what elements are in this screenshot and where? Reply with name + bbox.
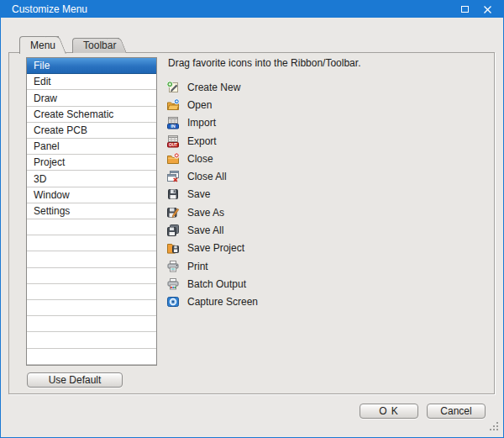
tab-toolbar[interactable]: Toolbar [72, 38, 119, 53]
favorite-item-close-all[interactable]: Close All [166, 167, 258, 185]
favorite-item-label: Save [187, 188, 210, 200]
category-item-file[interactable]: File [27, 58, 156, 74]
batch-output-icon [166, 277, 180, 291]
tab-bar: Menu Toolbar [19, 36, 119, 54]
category-item-window[interactable]: Window [27, 187, 156, 203]
tab-menu-label: Menu [30, 40, 55, 51]
close-file-icon [166, 152, 180, 166]
save-as-icon [166, 206, 180, 219]
favorite-item-import[interactable]: IN Import [166, 114, 258, 132]
export-badge-text: OUT [169, 143, 177, 147]
create-new-icon [166, 81, 180, 94]
save-icon [166, 187, 180, 201]
ok-button[interactable]: O K [360, 404, 418, 419]
category-empty-row [27, 251, 156, 267]
customize-menu-dialog: Customize Menu Menu Toolbar File Edit Dr… [0, 0, 504, 438]
favorite-item-close[interactable]: Close [166, 150, 258, 167]
favorite-item-label: Save All [187, 224, 223, 236]
print-icon [166, 260, 180, 273]
open-icon [166, 98, 180, 112]
favorite-item-save-project[interactable]: Save Project [166, 240, 258, 257]
favorite-item-label: Capture Screen [187, 296, 258, 308]
category-item-3d[interactable]: 3D [27, 171, 156, 187]
save-project-icon [166, 241, 180, 255]
favorite-commands-list: Create New Open [166, 78, 258, 311]
title-bar: Customize Menu [1, 1, 503, 18]
save-all-icon [166, 224, 180, 237]
favorite-item-print[interactable]: Print [166, 257, 258, 275]
favorite-item-create-new[interactable]: Create New [166, 78, 258, 96]
favorite-item-label: Print [187, 261, 208, 272]
category-item-panel[interactable]: Panel [27, 139, 156, 155]
import-icon: IN [166, 116, 180, 129]
tab-toolbar-label: Toolbar [83, 40, 116, 51]
favorite-item-label: Create New [187, 82, 240, 93]
category-empty-row [27, 332, 156, 348]
favorite-item-export[interactable]: OUT Export [166, 132, 258, 150]
favorite-item-label: Open [187, 99, 212, 111]
export-icon: OUT [166, 135, 180, 148]
drag-instruction-text: Drag favorite icons into the Ribbon/Tool… [168, 57, 360, 69]
category-item-create-schematic[interactable]: Create Schematic [27, 107, 156, 123]
close-icon[interactable] [483, 5, 492, 14]
favorite-item-save-all[interactable]: Save All [166, 221, 258, 239]
favorite-item-label: Close All [187, 171, 227, 182]
category-item-settings[interactable]: Settings [27, 203, 156, 219]
import-badge-text: IN [171, 124, 176, 129]
resize-grip-icon[interactable] [490, 422, 499, 434]
favorite-item-label: Batch Output [187, 278, 246, 290]
favorite-item-save-as[interactable]: Save As [166, 203, 258, 221]
close-all-icon [166, 170, 180, 183]
category-item-edit[interactable]: Edit [27, 74, 156, 90]
category-empty-row [27, 349, 156, 365]
favorite-item-label: Save As [187, 207, 224, 219]
category-empty-row [27, 316, 156, 332]
category-item-draw[interactable]: Draw [27, 90, 156, 106]
cancel-button[interactable]: Cancel [427, 404, 486, 419]
menu-category-list: File Edit Draw Create Schematic Create P… [26, 57, 157, 366]
favorite-item-batch-output[interactable]: Batch Output [166, 275, 258, 293]
category-empty-row [27, 284, 156, 300]
favorite-item-label: Save Project [187, 242, 244, 254]
tab-menu[interactable]: Menu [19, 36, 59, 54]
category-item-project[interactable]: Project [27, 155, 156, 171]
category-empty-row [27, 300, 156, 316]
capture-screen-icon [166, 295, 180, 309]
category-empty-row [27, 268, 156, 284]
dialog-title: Customize Menu [1, 3, 461, 15]
favorite-item-capture-screen[interactable]: Capture Screen [166, 293, 258, 311]
category-empty-row [27, 219, 156, 235]
maximize-icon[interactable] [461, 6, 469, 13]
category-item-create-pcb[interactable]: Create PCB [27, 123, 156, 139]
use-default-button[interactable]: Use Default [27, 372, 123, 388]
favorite-item-save[interactable]: Save [166, 186, 258, 203]
favorite-item-open[interactable]: Open [166, 96, 258, 113]
favorite-item-label: Import [187, 117, 216, 129]
menu-tab-panel: File Edit Draw Create Schematic Create P… [8, 52, 495, 394]
category-empty-row [27, 235, 156, 251]
favorite-item-label: Close [187, 153, 213, 165]
favorite-item-label: Export [187, 135, 217, 147]
